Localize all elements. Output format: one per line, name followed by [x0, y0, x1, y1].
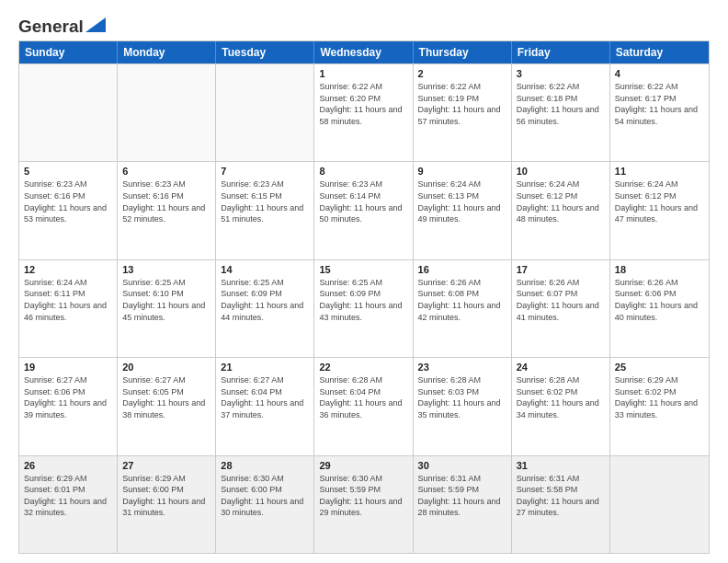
day-number: 12 — [24, 264, 112, 275]
day-info: Sunrise: 6:23 AM Sunset: 6:16 PM Dayligh… — [24, 178, 112, 224]
header: General — [18, 17, 710, 33]
calendar-cell: 16Sunrise: 6:26 AM Sunset: 6:08 PM Dayli… — [414, 260, 512, 357]
page: General SundayMondayTuesdayWednesdayThur… — [0, 0, 728, 563]
day-info: Sunrise: 6:26 AM Sunset: 6:08 PM Dayligh… — [418, 277, 506, 323]
day-number: 8 — [319, 166, 407, 177]
day-info: Sunrise: 6:26 AM Sunset: 6:06 PM Dayligh… — [615, 277, 704, 323]
header-day-tuesday: Tuesday — [216, 41, 314, 63]
calendar-row-5: 26Sunrise: 6:29 AM Sunset: 6:01 PM Dayli… — [19, 455, 709, 553]
day-number: 7 — [221, 166, 309, 177]
day-number: 30 — [418, 460, 506, 471]
svg-marker-0 — [85, 17, 106, 32]
day-number: 14 — [221, 264, 309, 275]
day-number: 25 — [615, 362, 704, 373]
calendar-cell — [610, 456, 709, 553]
day-info: Sunrise: 6:22 AM Sunset: 6:20 PM Dayligh… — [319, 81, 407, 127]
logo: General — [18, 17, 106, 33]
day-info: Sunrise: 6:24 AM Sunset: 6:13 PM Dayligh… — [418, 178, 506, 224]
calendar-cell: 23Sunrise: 6:28 AM Sunset: 6:03 PM Dayli… — [414, 358, 512, 454]
calendar: SundayMondayTuesdayWednesdayThursdayFrid… — [18, 40, 710, 554]
calendar-cell: 14Sunrise: 6:25 AM Sunset: 6:09 PM Dayli… — [216, 260, 314, 357]
calendar-cell — [216, 64, 314, 161]
day-info: Sunrise: 6:23 AM Sunset: 6:15 PM Dayligh… — [221, 178, 309, 224]
day-info: Sunrise: 6:29 AM Sunset: 6:02 PM Dayligh… — [615, 374, 704, 420]
day-info: Sunrise: 6:30 AM Sunset: 5:59 PM Dayligh… — [319, 473, 407, 519]
day-info: Sunrise: 6:27 AM Sunset: 6:05 PM Dayligh… — [122, 374, 210, 420]
day-number: 3 — [517, 68, 605, 79]
day-number: 21 — [221, 362, 309, 373]
day-info: Sunrise: 6:23 AM Sunset: 6:14 PM Dayligh… — [319, 178, 407, 224]
day-info: Sunrise: 6:25 AM Sunset: 6:09 PM Dayligh… — [221, 277, 309, 323]
day-number: 5 — [24, 166, 112, 177]
calendar-cell: 1Sunrise: 6:22 AM Sunset: 6:20 PM Daylig… — [314, 64, 413, 161]
logo-general: General — [18, 17, 84, 37]
calendar-cell: 26Sunrise: 6:29 AM Sunset: 6:01 PM Dayli… — [19, 456, 118, 553]
day-number: 1 — [319, 68, 407, 79]
calendar-cell: 3Sunrise: 6:22 AM Sunset: 6:18 PM Daylig… — [512, 64, 610, 161]
header-day-wednesday: Wednesday — [314, 41, 413, 63]
calendar-cell: 20Sunrise: 6:27 AM Sunset: 6:05 PM Dayli… — [118, 358, 216, 454]
day-info: Sunrise: 6:29 AM Sunset: 6:00 PM Dayligh… — [122, 473, 210, 519]
day-info: Sunrise: 6:27 AM Sunset: 6:06 PM Dayligh… — [24, 374, 112, 420]
calendar-cell: 13Sunrise: 6:25 AM Sunset: 6:10 PM Dayli… — [118, 260, 216, 357]
day-info: Sunrise: 6:22 AM Sunset: 6:17 PM Dayligh… — [615, 81, 704, 127]
calendar-cell: 25Sunrise: 6:29 AM Sunset: 6:02 PM Dayli… — [610, 358, 709, 454]
day-number: 24 — [517, 362, 605, 373]
day-number: 31 — [517, 460, 605, 471]
calendar-cell — [118, 64, 216, 161]
calendar-body: 1Sunrise: 6:22 AM Sunset: 6:20 PM Daylig… — [19, 63, 709, 553]
calendar-cell: 31Sunrise: 6:31 AM Sunset: 5:58 PM Dayli… — [512, 456, 610, 553]
day-info: Sunrise: 6:31 AM Sunset: 5:59 PM Dayligh… — [418, 473, 506, 519]
calendar-cell: 4Sunrise: 6:22 AM Sunset: 6:17 PM Daylig… — [610, 64, 709, 161]
header-day-friday: Friday — [512, 41, 610, 63]
day-number: 23 — [418, 362, 506, 373]
calendar-cell: 17Sunrise: 6:26 AM Sunset: 6:07 PM Dayli… — [512, 260, 610, 357]
day-number: 27 — [122, 460, 210, 471]
day-number: 11 — [615, 166, 704, 177]
day-info: Sunrise: 6:22 AM Sunset: 6:18 PM Dayligh… — [517, 81, 605, 127]
day-number: 6 — [122, 166, 210, 177]
calendar-cell: 8Sunrise: 6:23 AM Sunset: 6:14 PM Daylig… — [314, 162, 413, 259]
day-info: Sunrise: 6:22 AM Sunset: 6:19 PM Dayligh… — [418, 81, 506, 127]
calendar-row-1: 1Sunrise: 6:22 AM Sunset: 6:20 PM Daylig… — [19, 63, 709, 161]
day-number: 28 — [221, 460, 309, 471]
day-info: Sunrise: 6:29 AM Sunset: 6:01 PM Dayligh… — [24, 473, 112, 519]
day-number: 4 — [615, 68, 704, 79]
day-number: 22 — [319, 362, 407, 373]
day-info: Sunrise: 6:28 AM Sunset: 6:04 PM Dayligh… — [319, 374, 407, 420]
day-number: 15 — [319, 264, 407, 275]
calendar-cell: 12Sunrise: 6:24 AM Sunset: 6:11 PM Dayli… — [19, 260, 118, 357]
calendar-cell: 21Sunrise: 6:27 AM Sunset: 6:04 PM Dayli… — [216, 358, 314, 454]
calendar-cell: 27Sunrise: 6:29 AM Sunset: 6:00 PM Dayli… — [118, 456, 216, 553]
day-info: Sunrise: 6:25 AM Sunset: 6:10 PM Dayligh… — [122, 277, 210, 323]
calendar-row-2: 5Sunrise: 6:23 AM Sunset: 6:16 PM Daylig… — [19, 161, 709, 259]
calendar-cell: 28Sunrise: 6:30 AM Sunset: 6:00 PM Dayli… — [216, 456, 314, 553]
day-number: 20 — [122, 362, 210, 373]
day-info: Sunrise: 6:24 AM Sunset: 6:12 PM Dayligh… — [517, 178, 605, 224]
calendar-cell — [19, 64, 118, 161]
day-info: Sunrise: 6:26 AM Sunset: 6:07 PM Dayligh… — [517, 277, 605, 323]
day-number: 13 — [122, 264, 210, 275]
day-info: Sunrise: 6:24 AM Sunset: 6:12 PM Dayligh… — [615, 178, 704, 224]
day-number: 2 — [418, 68, 506, 79]
day-number: 26 — [24, 460, 112, 471]
day-info: Sunrise: 6:27 AM Sunset: 6:04 PM Dayligh… — [221, 374, 309, 420]
day-info: Sunrise: 6:25 AM Sunset: 6:09 PM Dayligh… — [319, 277, 407, 323]
logo-icon — [85, 17, 106, 32]
header-day-saturday: Saturday — [610, 41, 709, 63]
calendar-header: SundayMondayTuesdayWednesdayThursdayFrid… — [19, 41, 709, 63]
calendar-row-3: 12Sunrise: 6:24 AM Sunset: 6:11 PM Dayli… — [19, 259, 709, 357]
day-number: 18 — [615, 264, 704, 275]
day-number: 16 — [418, 264, 506, 275]
calendar-cell: 19Sunrise: 6:27 AM Sunset: 6:06 PM Dayli… — [19, 358, 118, 454]
calendar-cell: 6Sunrise: 6:23 AM Sunset: 6:16 PM Daylig… — [118, 162, 216, 259]
header-day-thursday: Thursday — [414, 41, 512, 63]
calendar-cell: 30Sunrise: 6:31 AM Sunset: 5:59 PM Dayli… — [414, 456, 512, 553]
calendar-cell: 24Sunrise: 6:28 AM Sunset: 6:02 PM Dayli… — [512, 358, 610, 454]
calendar-cell: 18Sunrise: 6:26 AM Sunset: 6:06 PM Dayli… — [610, 260, 709, 357]
calendar-cell: 10Sunrise: 6:24 AM Sunset: 6:12 PM Dayli… — [512, 162, 610, 259]
calendar-cell: 15Sunrise: 6:25 AM Sunset: 6:09 PM Dayli… — [314, 260, 413, 357]
day-info: Sunrise: 6:23 AM Sunset: 6:16 PM Dayligh… — [122, 178, 210, 224]
calendar-cell: 22Sunrise: 6:28 AM Sunset: 6:04 PM Dayli… — [314, 358, 413, 454]
calendar-cell: 5Sunrise: 6:23 AM Sunset: 6:16 PM Daylig… — [19, 162, 118, 259]
